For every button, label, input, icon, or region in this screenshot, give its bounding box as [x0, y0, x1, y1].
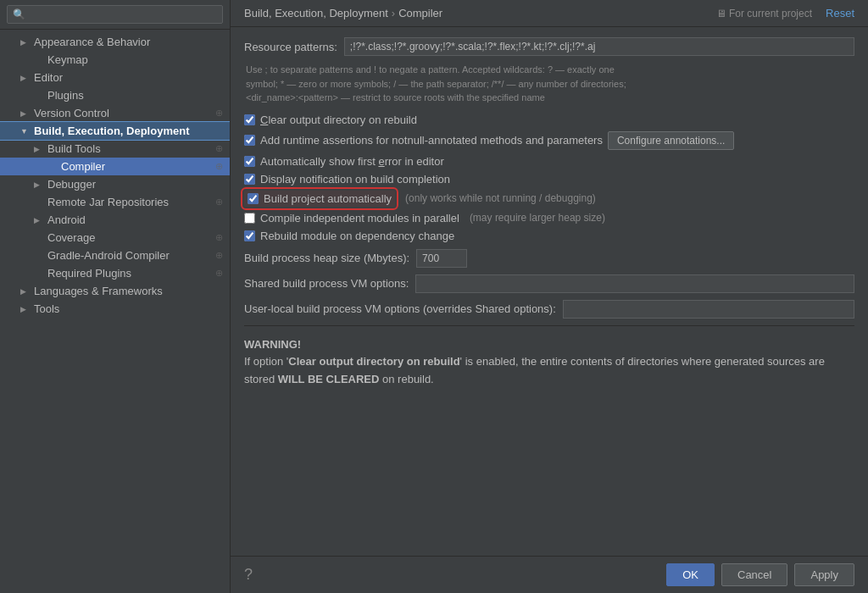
- copy-icon: ⊕: [215, 143, 223, 154]
- auto-show-error-checkbox[interactable]: [244, 156, 255, 167]
- heap-size-row: Build process heap size (Mbytes):: [244, 249, 854, 268]
- sidebar-item-coverage[interactable]: Coverage ⊕: [0, 229, 230, 247]
- copy-icon: ⊕: [215, 268, 223, 279]
- display-notification-checkbox[interactable]: [244, 174, 255, 185]
- rebuild-module-label[interactable]: Rebuild module on dependency change: [260, 230, 454, 242]
- add-runtime-checkbox[interactable]: [244, 135, 255, 146]
- clear-output-checkbox[interactable]: [244, 114, 255, 125]
- breadcrumb-part1: Build, Execution, Deployment: [244, 7, 388, 19]
- copy-icon: ⊕: [215, 250, 223, 261]
- sidebar-item-build-tools[interactable]: ▶ Build Tools ⊕: [0, 140, 230, 158]
- copy-icon: ⊕: [215, 197, 223, 208]
- display-notification-label[interactable]: Display notification on build completion: [260, 173, 450, 186]
- content-area: Build, Execution, Deployment › Compiler …: [231, 0, 868, 593]
- resource-patterns-label: Resource patterns:: [244, 41, 337, 53]
- sidebar-item-label: Version Control: [34, 107, 109, 119]
- sidebar-item-gradle-android[interactable]: Gradle-Android Compiler ⊕: [0, 247, 230, 264]
- copy-icon: ⊕: [215, 232, 223, 243]
- heap-size-input[interactable]: [416, 249, 467, 268]
- checkbox-display-notif: Display notification on build completion: [244, 173, 854, 186]
- sidebar-item-label: Keymap: [47, 53, 88, 66]
- sidebar-item-label: Languages & Frameworks: [34, 285, 163, 297]
- build-auto-label[interactable]: Build project automatically: [264, 192, 392, 205]
- checkbox-auto-show: Automatically show first error in editor: [244, 155, 854, 168]
- compile-parallel-note: (may require larger heap size): [470, 212, 605, 224]
- arrow-icon: ▶: [20, 38, 32, 47]
- sidebar-item-appearance[interactable]: ▶ Appearance & Behavior: [0, 33, 230, 51]
- sidebar-item-label: Android: [47, 213, 86, 226]
- reset-button[interactable]: Reset: [826, 7, 854, 19]
- sidebar-item-label: Editor: [34, 71, 63, 84]
- sidebar-item-label: Build, Execution, Deployment: [34, 125, 189, 137]
- clear-output-label[interactable]: Clear output directory on rebuild: [260, 114, 417, 126]
- arrow-icon: ▶: [20, 109, 32, 118]
- arrow-icon: ▶: [34, 216, 46, 224]
- rebuild-module-checkbox[interactable]: [244, 230, 255, 241]
- copy-icon: ⊕: [215, 108, 223, 119]
- sidebar-item-label: Plugins: [47, 89, 84, 102]
- sidebar-item-android[interactable]: ▶ Android: [0, 211, 230, 229]
- checkbox-build-auto: Build project automatically: [244, 191, 395, 207]
- compile-parallel-label[interactable]: Compile independent modules in parallel: [260, 212, 459, 224]
- build-auto-checkbox[interactable]: [248, 193, 259, 204]
- footer: ? OK Cancel Apply: [231, 556, 868, 593]
- nav-tree: ▶ Appearance & Behavior Keymap ▶ Editor …: [0, 30, 230, 593]
- shared-vm-label: Shared build process VM options:: [244, 277, 409, 290]
- sidebar-item-label: Remote Jar Repositories: [47, 196, 169, 208]
- sidebar-item-plugins[interactable]: Plugins: [0, 86, 230, 104]
- warning-title: WARNING!: [244, 338, 301, 351]
- user-local-vm-input[interactable]: [563, 300, 854, 319]
- build-auto-note: (only works while not running / debuggin…: [405, 192, 596, 204]
- arrow-icon: ▶: [20, 74, 32, 82]
- sidebar-item-debugger[interactable]: ▶ Debugger: [0, 175, 230, 193]
- sidebar-item-keymap[interactable]: Keymap: [0, 51, 230, 69]
- sidebar-item-editor[interactable]: ▶ Editor: [0, 69, 230, 86]
- breadcrumb-separator: ›: [392, 7, 395, 19]
- sidebar-item-label: Tools: [34, 302, 59, 315]
- arrow-icon: ▶: [20, 305, 32, 313]
- header-right: 🖥 For current project Reset: [716, 7, 854, 19]
- sidebar-item-compiler[interactable]: Compiler ⊕: [0, 158, 230, 175]
- configure-annotations-button[interactable]: Configure annotations...: [608, 131, 734, 150]
- sidebar-item-languages[interactable]: ▶ Languages & Frameworks: [0, 282, 230, 300]
- hint-text: Use ; to separate patterns and ! to nega…: [244, 63, 854, 105]
- sidebar-item-required-plugins[interactable]: Required Plugins ⊕: [0, 264, 230, 282]
- compile-parallel-checkbox[interactable]: [244, 213, 255, 224]
- warning-box: WARNING! If option 'Clear output directo…: [244, 325, 854, 399]
- sidebar-item-label: Build Tools: [47, 142, 101, 155]
- sidebar: ▶ Appearance & Behavior Keymap ▶ Editor …: [0, 0, 231, 593]
- copy-icon: ⊕: [215, 161, 223, 172]
- arrow-icon: ▼: [20, 127, 32, 136]
- auto-show-error-label[interactable]: Automatically show first error in editor: [260, 155, 444, 168]
- checkbox-clear-output: Clear output directory on rebuild: [244, 114, 854, 126]
- arrow-icon: ▶: [34, 180, 46, 189]
- sidebar-item-label: Required Plugins: [47, 267, 131, 280]
- user-local-vm-label: User-local build process VM options (ove…: [244, 302, 556, 315]
- cancel-button[interactable]: Cancel: [721, 563, 787, 586]
- sidebar-item-label: Gradle-Android Compiler: [47, 249, 170, 262]
- heap-size-label: Build process heap size (Mbytes):: [244, 252, 409, 264]
- sidebar-item-version-control[interactable]: ▶ Version Control ⊕: [0, 104, 230, 122]
- sidebar-item-label: Compiler: [61, 160, 105, 173]
- sidebar-item-build-exec[interactable]: ▼ Build, Execution, Deployment: [0, 122, 230, 140]
- sidebar-item-remote-jar[interactable]: Remote Jar Repositories ⊕: [0, 193, 230, 211]
- checkbox-compile-parallel: Compile independent modules in parallel: [244, 212, 459, 224]
- shared-vm-row: Shared build process VM options:: [244, 274, 854, 293]
- for-project-label: 🖥 For current project: [716, 8, 812, 19]
- ok-button[interactable]: OK: [666, 563, 715, 586]
- breadcrumb: Build, Execution, Deployment › Compiler: [244, 7, 442, 19]
- help-button[interactable]: ?: [244, 566, 253, 584]
- sidebar-item-label: Debugger: [47, 178, 96, 191]
- sidebar-item-tools[interactable]: ▶ Tools: [0, 300, 230, 318]
- apply-button[interactable]: Apply: [794, 563, 854, 586]
- footer-buttons: OK Cancel Apply: [666, 563, 854, 586]
- warning-body: If option 'Clear output directory on reb…: [244, 353, 854, 389]
- shared-vm-input[interactable]: [415, 274, 854, 293]
- arrow-icon: ▶: [34, 145, 46, 153]
- resource-patterns-row: Resource patterns:: [244, 37, 854, 56]
- add-runtime-label[interactable]: Add runtime assertions for notnull-annot…: [260, 134, 603, 147]
- resource-patterns-input[interactable]: [344, 37, 854, 56]
- search-input[interactable]: [7, 5, 223, 24]
- search-box[interactable]: [0, 0, 230, 30]
- checkbox-add-runtime: Add runtime assertions for notnull-annot…: [244, 131, 854, 150]
